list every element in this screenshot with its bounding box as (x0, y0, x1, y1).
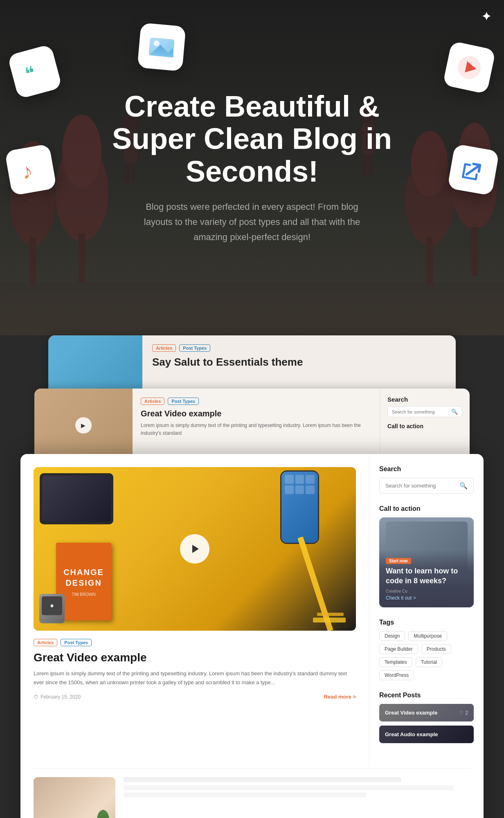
sidebar-search-title: Search (379, 465, 474, 473)
share-icon (447, 144, 499, 196)
main-card-left: CHANGEDESIGN TIM BROWN ⌚ (20, 454, 369, 766)
mid-card-tags: Articles Post Types (141, 398, 371, 405)
tag-pagebuilder[interactable]: Page Builder (379, 644, 418, 654)
mid-preview-card: ▶ Articles Post Types Great Video exampl… (34, 389, 470, 462)
rp1-count: ♡ 2 (459, 710, 468, 716)
cta-link[interactable]: Check it out > (386, 595, 467, 601)
sidebar-cta-title: Call to action (379, 505, 474, 512)
back-tag-articles[interactable]: Articles (152, 344, 176, 352)
main-tag-articles[interactable]: Articles (34, 639, 57, 646)
back-tag-posttypes[interactable]: Post Types (179, 344, 210, 352)
rp2-title: Great Audio example (385, 731, 438, 737)
mid-search-icon: 🔍 (451, 409, 458, 415)
bottom-preview-image (34, 777, 115, 818)
main-card-title: Great Video example (34, 651, 356, 664)
back-card-title: Say Salut to Essentials theme (152, 356, 446, 369)
sidebar-tags-section: Tags Design Multipurpose Page Builder Pr… (379, 619, 474, 680)
clock-icon: ⏱ (34, 694, 38, 700)
hero-subtitle: Blog posts were perfected in every aspec… (137, 199, 367, 245)
search-icon: 🔍 (459, 482, 468, 490)
main-tag-posttypes[interactable]: Post Types (61, 639, 92, 646)
heart-icon: ♡ (459, 710, 464, 716)
tag-products[interactable]: Products (421, 644, 451, 654)
bottom-preview-content (124, 777, 470, 800)
tag-templates[interactable]: Templates (379, 657, 412, 667)
phone-device (280, 470, 319, 544)
bottom-content-line1 (124, 777, 401, 782)
play-icon (443, 41, 496, 94)
svg-text:♪: ♪ (20, 159, 35, 184)
read-more-link[interactable]: Read more > (324, 694, 356, 700)
cta-heading: Want to learn how to code in 8 weeks? (386, 566, 467, 586)
music-icon: ♪ (4, 144, 56, 196)
play-button-large[interactable] (180, 534, 209, 564)
mid-search-box[interactable]: 🔍 (387, 406, 462, 417)
hero-section: ✦ ❝ ♪ Creat (0, 0, 504, 335)
bottom-content-line3 (124, 793, 367, 798)
pen-item (313, 618, 346, 622)
tablet-device (40, 473, 113, 524)
mid-card-content: Articles Post Types Great Video example … (133, 389, 380, 462)
sidebar-cta-section: Call to action Start now (379, 505, 474, 607)
mid-card-image: ▶ (34, 389, 133, 462)
bottom-content-line2 (124, 785, 453, 790)
svg-rect-24 (0, 282, 504, 335)
recent-post-2[interactable]: Great Audio example (379, 726, 474, 743)
mid-tag-posttypes[interactable]: Post Types (168, 398, 199, 405)
main-tags: Articles Post Types (34, 639, 356, 646)
main-blog-card: CHANGEDESIGN TIM BROWN ⌚ (20, 454, 484, 818)
main-card-meta: ⏱ February 15, 2020 Read more > (34, 694, 356, 700)
main-card-excerpt: Lorem ipsum is simply dummy text of the … (34, 669, 356, 687)
rp1-title: Great Video example (385, 710, 437, 716)
svg-text:❝: ❝ (23, 62, 38, 84)
tags-grid: Design Multipurpose Page Builder Product… (379, 631, 474, 680)
main-hero-image: CHANGEDESIGN TIM BROWN ⌚ (34, 467, 356, 631)
sidebar-search-section: Search 🔍 (379, 465, 474, 494)
back-card-tags: Articles Post Types (152, 344, 446, 352)
tag-multipurpose[interactable]: Multipurpose (408, 631, 447, 641)
mid-search-label: Search (387, 396, 462, 403)
image-icon (137, 22, 186, 71)
tag-design[interactable]: Design (379, 631, 405, 641)
search-box[interactable]: 🔍 (379, 478, 474, 494)
svg-marker-34 (192, 545, 199, 553)
mid-card-title: Great Video example (141, 409, 371, 418)
sidebar-recent-posts: Recent Posts Great Video example ♡ 2 (379, 692, 474, 743)
tag-tutorial[interactable]: Tutorial (416, 657, 443, 667)
sidebar-recent-title: Recent Posts (379, 692, 474, 699)
cta-widget: Start now Want to learn how to code in 8… (379, 517, 474, 607)
recent-post-1[interactable]: Great Video example ♡ 2 (379, 704, 474, 721)
mid-card-excerpt: Lorem ipsum is simply dummy text of the … (141, 422, 371, 437)
search-input[interactable] (385, 483, 456, 489)
svg-rect-5 (79, 233, 85, 282)
cta-start-badge: Start now (386, 558, 411, 564)
main-sidebar: Search 🔍 Call to action (369, 454, 484, 766)
mid-card-sidebar: Search 🔍 Call to action (380, 389, 470, 462)
svg-rect-2 (29, 237, 36, 286)
cta-brand: Creative Co. (386, 589, 467, 593)
sidebar-tags-title: Tags (379, 619, 474, 626)
watch: ⌚ (39, 594, 65, 623)
svg-rect-11 (471, 227, 478, 276)
post-date: ⏱ February 15, 2020 (34, 694, 81, 700)
mid-search-input[interactable] (392, 409, 449, 414)
bottom-preview-row (20, 769, 484, 818)
pen-item2 (317, 613, 344, 616)
preview-stack: Articles Post Types Say Salut to Essenti… (0, 335, 504, 818)
svg-rect-8 (426, 237, 433, 286)
tag-wordpress[interactable]: WordPress (379, 670, 414, 680)
cta-overlay: Start now Want to learn how to code in 8… (379, 550, 474, 607)
hero-title: Create Beautiful & Super Clean Blog in S… (80, 90, 424, 188)
mid-tag-articles[interactable]: Articles (141, 398, 164, 405)
main-card-inner: CHANGEDESIGN TIM BROWN ⌚ (20, 454, 484, 766)
logo-icon: ✦ (482, 10, 491, 23)
mid-play-button[interactable]: ▶ (75, 417, 92, 434)
mid-cta-label: Call to action (387, 423, 462, 429)
cards-section: Articles Post Types Say Salut to Essenti… (0, 335, 504, 818)
